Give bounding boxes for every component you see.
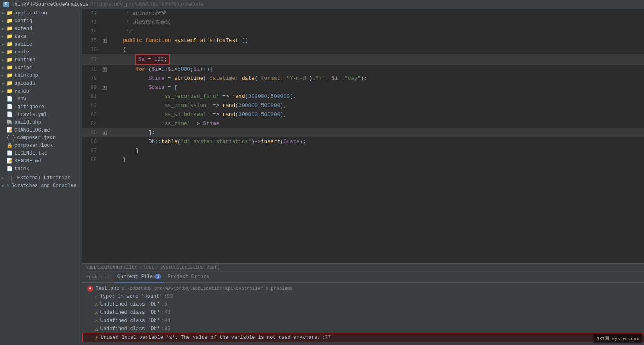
code-line-79: 79 $time = strtotime( datetime: date( fo… xyxy=(82,74,644,83)
code-line-72: 72 * author:咔咔 xyxy=(82,9,644,18)
code-text: 'ss_time' => $time xyxy=(108,119,219,128)
sidebar-item-gitignore[interactable]: ▶ 📄 .gitignore xyxy=(0,103,82,111)
warn-icon: ⚠ xyxy=(95,309,98,316)
arrow-icon: ▶ xyxy=(2,58,7,63)
fold-gutter-78[interactable]: ▼ xyxy=(101,67,108,72)
code-text: } xyxy=(108,146,139,155)
file-icon: 📄 xyxy=(7,111,13,118)
code-text: */ xyxy=(108,27,133,36)
code-line-80: 80 ▼ $data = [ xyxy=(82,83,644,92)
fold-gutter-75[interactable]: ▼ xyxy=(101,39,108,43)
sidebar-item-label: composer.lock xyxy=(14,143,53,148)
sidebar-item-label: build.php xyxy=(14,120,41,125)
code-text: for ($i=1;$i<5000;$i++){ xyxy=(108,65,213,74)
breadcrumb-part-2[interactable]: Test xyxy=(143,265,154,270)
sidebar-item-script[interactable]: ▶ 📁 script xyxy=(0,64,82,72)
problem-file-path: D:\phpstudy_pro\WWW\proxy\application\ap… xyxy=(122,286,263,291)
breadcrumb-part-1[interactable]: \app\api\controller xyxy=(86,265,137,270)
line-number: 75 xyxy=(82,36,101,45)
code-line-87: 87 } xyxy=(82,146,644,155)
library-icon: ||| xyxy=(7,175,16,181)
warn-icon: ⚠ xyxy=(95,301,98,308)
problems-content: ● Test.php D:\phpstudy_pro\WWW\proxy\app… xyxy=(82,283,644,345)
folder-icon: 📁 xyxy=(7,41,13,47)
sidebar: ▶ 📁 application ▶ 📁 config ▶ 📁 extend ▶ … xyxy=(0,9,82,345)
problem-text: Typo: In word 'Rount' xyxy=(100,294,162,299)
sidebar-item-config[interactable]: ▶ 📁 config xyxy=(0,17,82,25)
title-bar: P ThinkPHPSourceCodeAnalysis D:\phpstudy… xyxy=(0,0,644,9)
file-icon: 📄 xyxy=(7,166,13,172)
problem-item-5[interactable]: ⚠ Undefined class 'Db' :86 xyxy=(82,325,644,333)
problems-label: Problems: xyxy=(86,274,112,280)
code-text: * 系统统计表测试 xyxy=(108,18,170,27)
sidebar-item-composer-lock[interactable]: ▶ 🔒 composer.lock xyxy=(0,141,82,149)
tab-project-errors[interactable]: Project Errors xyxy=(164,271,212,283)
sidebar-item-changelog[interactable]: ▶ 📝 CHANGELOG.md xyxy=(0,126,82,134)
sidebar-item-travis[interactable]: ▶ 📄 .travis.yml xyxy=(0,111,82,118)
code-line-82: 82 'ss_commission' => rand(300000,500000… xyxy=(82,101,644,110)
problem-item-4[interactable]: ⚠ Undefined class 'Db' :44 xyxy=(82,317,644,325)
sidebar-item-build[interactable]: ▶ 🐘 build.php xyxy=(0,118,82,126)
sidebar-item-scratches[interactable]: ▶ ✎ Scratches and Consoles xyxy=(0,182,82,190)
fold-toggle-icon[interactable]: ▼ xyxy=(103,39,107,43)
fold-toggle-icon[interactable]: ▼ xyxy=(103,67,107,72)
md-icon: 📝 xyxy=(7,127,13,133)
file-icon: 📄 xyxy=(7,104,13,110)
sidebar-item-readme[interactable]: ▶ 📝 README.md xyxy=(0,157,82,165)
problem-item-3[interactable]: ⚠ Undefined class 'Db' :43 xyxy=(82,308,644,317)
breadcrumb: \app\api\controller › Test › systemStati… xyxy=(82,263,644,271)
sidebar-item-thinkphp[interactable]: ▶ 📁 thinkphp xyxy=(0,72,82,79)
title-path: D:\phpstudy_pro\WWW\ThinkPHPSourceCode xyxy=(90,2,203,7)
sidebar-item-route[interactable]: ▶ 📁 route xyxy=(0,48,82,56)
problem-file-header[interactable]: ● Test.php D:\phpstudy_pro\WWW\proxy\app… xyxy=(82,285,644,293)
sidebar-item-runtime[interactable]: ▶ 📁 runtime xyxy=(0,56,82,64)
code-lines[interactable]: 72 * author:咔咔 73 * 系统统计表测试 74 */ xyxy=(82,9,644,263)
sidebar-item-extend[interactable]: ▶ 📁 extend xyxy=(0,25,82,32)
problem-line: :44 xyxy=(161,318,170,324)
problem-item-2[interactable]: ⚠ Undefined class 'Db' :5 xyxy=(82,300,644,308)
md-icon: 📝 xyxy=(7,158,13,164)
sidebar-item-uploads[interactable]: ▶ 📁 uploads xyxy=(0,79,82,87)
problem-item-1[interactable]: ✓ Typo: In word 'Rount' :90 xyxy=(82,293,644,300)
arrow-icon: ▶ xyxy=(2,42,7,47)
sidebar-item-label: runtime xyxy=(14,57,35,63)
code-line-81: 81 'ss_recorded_fund' => rand(300000,500… xyxy=(82,92,644,101)
current-file-badge: 6 xyxy=(154,274,161,279)
warn-icon: ⚠ xyxy=(95,334,98,341)
sidebar-item-label: README.md xyxy=(14,158,41,164)
fold-gutter-80[interactable]: ▼ xyxy=(101,86,108,90)
fold-toggle-icon[interactable]: ▼ xyxy=(103,86,107,90)
folder-icon: 📁 xyxy=(7,10,13,16)
sidebar-item-kaka[interactable]: ▶ 📁 kaka xyxy=(0,32,82,40)
json-icon: { } xyxy=(7,135,16,141)
folder-icon: 📁 xyxy=(7,65,13,71)
problem-line: :43 xyxy=(161,310,170,315)
sidebar-item-public[interactable]: ▶ 📁 public xyxy=(0,40,82,48)
sidebar-item-label: application xyxy=(14,10,47,16)
sidebar-item-application[interactable]: ▶ 📁 application xyxy=(0,9,82,17)
sidebar-item-env[interactable]: ▶ 📄 .env xyxy=(0,95,82,103)
tab-current-file[interactable]: Current File 6 xyxy=(114,271,164,283)
code-line-75: 75 ▼ public function systemStatisticsTes… xyxy=(82,36,644,45)
fold-toggle-icon[interactable]: ▲ xyxy=(103,131,107,135)
code-editor: 72 * author:咔咔 73 * 系统统计表测试 74 */ xyxy=(82,9,644,345)
sidebar-item-composer-json[interactable]: ▶ { } composer.json xyxy=(0,134,82,141)
breadcrumb-part-3[interactable]: systemStatisticsTest() xyxy=(160,265,220,270)
sidebar-item-external-libraries[interactable]: ▶ ||| External Libraries xyxy=(0,174,82,182)
breadcrumb-sep-1: › xyxy=(139,265,142,270)
problem-text: Unused local variable 'a'. The value of … xyxy=(101,335,320,340)
fold-gutter-85[interactable]: ▲ xyxy=(101,131,108,135)
code-text: * author:咔咔 xyxy=(108,9,166,18)
problem-line: :77 xyxy=(322,335,331,340)
problem-item-6[interactable]: ⚠ Unused local variable 'a'. The value o… xyxy=(82,333,644,342)
file-error-icon: ● xyxy=(87,286,93,292)
sidebar-item-vendor[interactable]: ▶ 📁 vendor xyxy=(0,87,82,95)
problem-text: Undefined class 'Db' xyxy=(100,326,160,332)
line-number: 73 xyxy=(82,18,101,27)
line-number: 82 xyxy=(82,101,101,110)
sidebar-item-think[interactable]: ▶ 📄 think xyxy=(0,165,82,173)
line-number: 85 xyxy=(82,128,101,137)
code-text: $data = [ xyxy=(108,83,177,92)
line-number: 86 xyxy=(82,137,101,146)
sidebar-item-license[interactable]: ▶ 📄 LICENSE.txt xyxy=(0,149,82,157)
